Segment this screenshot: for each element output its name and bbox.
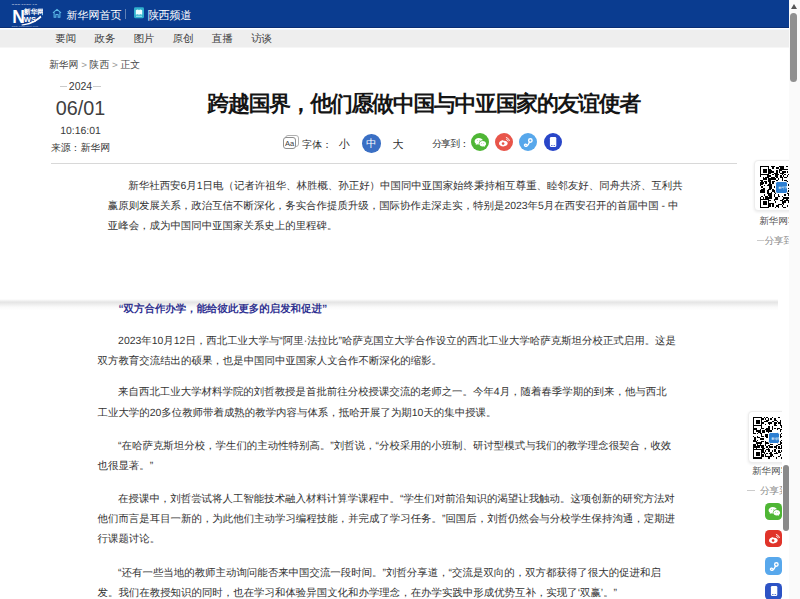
svg-text:www.xinhuanet.com: www.xinhuanet.com [12,25,38,27]
